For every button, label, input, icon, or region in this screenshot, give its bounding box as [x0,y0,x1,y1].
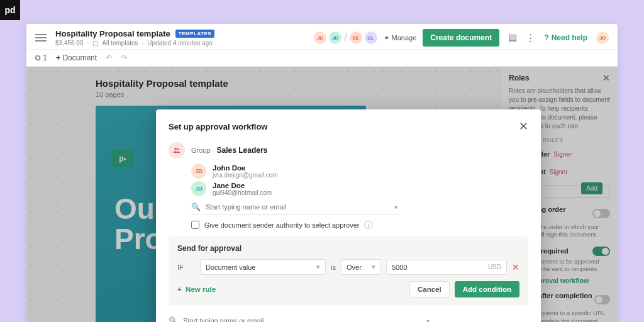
people-icon: ⚭ [384,34,389,42]
secondary-toolbar: ⧉ 1 + Document ↶ ↷ [26,50,618,67]
member-search-input[interactable] [206,203,399,211]
approval-workflow-modal: Set up approval workflow ✕ Group Sales L… [156,109,541,322]
member-name: Jane Doe [213,182,272,189]
modal-title: Set up approval workflow [169,122,267,131]
member-avatar: JD [191,164,206,179]
help-icon: ? [544,33,548,42]
is-label: is [331,264,336,271]
menu-icon[interactable] [35,32,47,43]
create-document-button[interactable]: Create document [423,29,499,47]
rule-cancel-button[interactable]: Cancel [409,281,450,297]
chevron-down-icon[interactable]: ▾ [394,204,397,211]
rule-box: Send for approval IF Document value▾ is … [169,236,528,305]
avatar-sep: / [344,32,347,43]
templates-badge: TEMPLATES [175,30,214,38]
group-icon [169,142,185,158]
member-avatar: JD [191,181,206,196]
avatar[interactable]: JD [314,31,326,44]
member-search[interactable]: 🔍 ▾ [191,200,399,214]
sender-authority-row: Give document sender authority to select… [191,221,528,229]
search-icon: 🔍 [169,316,178,322]
title-block: Hospitality Proposal template TEMPLATES … [55,29,314,47]
close-icon[interactable]: ✕ [519,119,528,133]
product-logo: pd [0,0,20,20]
sender-authority-label: Give document sender authority to select… [204,221,359,229]
svg-point-0 [175,148,177,150]
operator-select[interactable]: Over▾ [341,259,381,275]
rule-title: Send for approval [177,244,519,253]
user-avatar[interactable]: JD [596,31,609,44]
search-icon: 🔍 [191,203,201,211]
app-window: Hospitality Proposal template TEMPLATES … [26,24,618,322]
member-row: JD John Doe jvta.design@gmail.com [191,164,528,179]
approver-search-input[interactable] [183,317,433,322]
svg-point-1 [177,148,179,150]
group-label: Group [191,147,211,154]
kebab-icon[interactable]: ⋮ [526,32,535,43]
info-icon[interactable]: i [364,221,372,229]
comment-icon[interactable]: ▤ [508,32,517,43]
delete-rule-icon[interactable]: ✕ [512,262,519,272]
new-rule-button[interactable]: + New rule [177,286,216,293]
price: $3,456.00 [55,40,84,47]
member-row: JD Jane Doe gul940@hotmail.com [191,181,528,196]
approver-search[interactable]: 🔍 ▾ [169,314,433,322]
undo-icon[interactable]: ↶ [106,53,112,62]
avatar[interactable]: SE [350,31,362,44]
if-label: IF [177,264,195,271]
value-input[interactable]: 5000USD [386,260,507,275]
currency-label: USD [488,264,501,270]
folder-name[interactable]: All templates [102,40,138,47]
avatar[interactable]: JD [329,31,341,44]
add-document-button[interactable]: + Document [56,53,97,62]
redo-icon[interactable]: ↷ [121,53,127,62]
add-condition-button[interactable]: Add condition [455,281,519,297]
manage-button[interactable]: ⚭ Manage [384,34,417,42]
group-name: Sales Leaders [217,146,268,155]
member-name: John Doe [213,164,278,172]
member-email: jvta.design@gmail.com [213,172,278,179]
folder-icon: ▢ [92,40,98,47]
approver-group-row: Group Sales Leaders [169,142,528,158]
updated-time: Updated 4 minutes ago [147,40,212,47]
copy-icon[interactable]: ⧉ 1 [35,53,47,62]
topbar: Hospitality Proposal template TEMPLATES … [26,24,618,50]
chevron-down-icon: ▾ [316,263,320,271]
doc-title: Hospitality Proposal template [55,29,170,38]
chevron-down-icon: ▾ [372,263,375,271]
field-select[interactable]: Document value▾ [200,259,326,275]
member-email: gul940@hotmail.com [213,189,272,196]
avatar[interactable]: CL [365,31,377,44]
sender-authority-checkbox[interactable] [191,221,199,229]
need-help-link[interactable]: ?Need help [544,33,587,42]
main-area: Hospitality Proposal template 10 pages p… [26,67,618,322]
rule-row: IF Document value▾ is Over▾ 5000USD ✕ [177,259,519,275]
chevron-down-icon[interactable]: ▾ [426,318,430,323]
collaborator-avatars: JD JD / SE CL [314,31,377,44]
